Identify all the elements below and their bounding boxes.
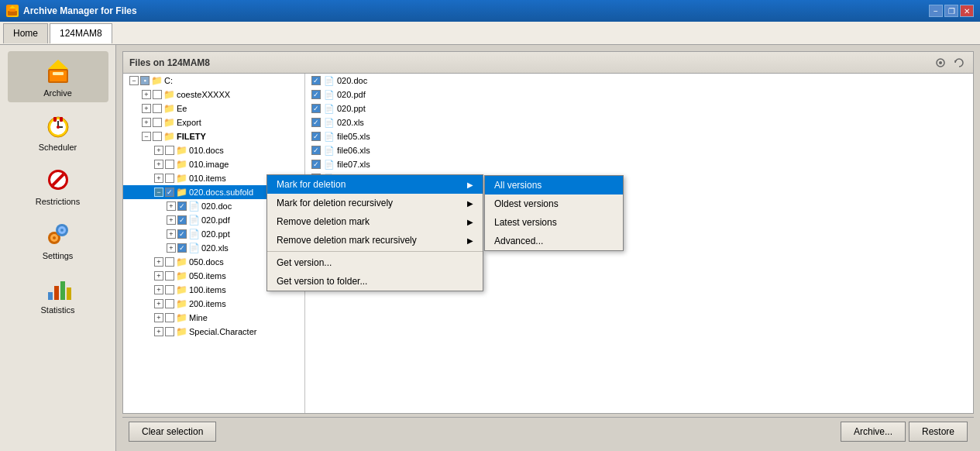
checkbox-special[interactable] [165,327,174,336]
sidebar-item-scheduler[interactable]: Scheduler [8,105,108,157]
checkbox-010docs[interactable] [165,146,174,155]
file-checkbox-020ppt[interactable]: ✓ [311,104,321,113]
expand-special[interactable]: + [154,327,163,336]
archive-button[interactable]: Archive... [841,422,906,442]
tree-item-filety[interactable]: − 📁 FILETY [123,129,304,143]
view-icon[interactable] [933,55,948,71]
file-checkbox-file06xls[interactable]: ✓ [311,146,321,155]
checkbox-c[interactable]: ▪ [140,76,150,85]
checkbox-mine[interactable] [165,313,174,322]
tree-item-special[interactable]: + 📁 Special.Character [123,325,304,339]
tree-label-050docs: 050.docs [189,257,224,267]
tree-item-200items[interactable]: + 📁 200.items [123,297,304,311]
expand-010image[interactable]: + [154,160,163,169]
checkbox-200items[interactable] [165,299,174,308]
expand-200items[interactable]: + [154,299,163,308]
tree-item-coeste[interactable]: + 📁 coesteXXXXX [123,88,304,102]
ctx-get-version-folder[interactable]: Get version to folder... [267,272,483,291]
restore-button[interactable]: Restore [909,422,968,442]
checkbox-020doc[interactable]: ✓ [177,201,187,211]
checkbox-filety[interactable] [153,132,162,141]
expand-020ppt[interactable]: + [167,229,176,239]
expand-050docs[interactable]: + [154,257,163,267]
expand-coeste[interactable]: + [142,90,151,99]
file-checkbox-file05xls[interactable]: ✓ [311,132,321,141]
expand-020doc[interactable]: + [167,201,176,211]
folder-icon-special: 📁 [176,326,187,337]
submenu-latest-versions[interactable]: Latest versions [485,213,623,232]
tree-item-export[interactable]: + 📁 Export [123,115,304,129]
ctx-mark-deletion[interactable]: Mark for deletion ▶ [267,175,483,194]
expand-050items[interactable]: + [154,271,163,281]
checkbox-010items[interactable] [165,174,174,183]
file-row-020doc[interactable]: ✓ 📄 020.doc [305,74,973,88]
checkbox-050items[interactable] [165,271,174,281]
expand-010docs[interactable]: + [154,146,163,155]
folder-icon-010image: 📁 [176,159,187,170]
submenu-oldest-versions[interactable]: Oldest versions [485,195,623,213]
submenu-all-versions[interactable]: All versions [485,176,623,195]
expand-ee[interactable]: + [142,104,151,113]
expand-020pdf[interactable]: + [167,215,176,225]
checkbox-export[interactable] [153,118,162,127]
tree-item-010image[interactable]: + 📁 010.image [123,157,304,171]
checkbox-coeste[interactable] [153,90,162,99]
file-row-file06xls[interactable]: ✓ 📄 file06.xls [305,143,973,157]
submenu-arrow-remove-recursively: ▶ [467,236,473,245]
ctx-remove-deletion-mark-recursively[interactable]: Remove deletion mark recursively ▶ [267,231,483,250]
file-row-file05xls[interactable]: ✓ 📄 file05.xls [305,129,973,143]
file-checkbox-020xls[interactable]: ✓ [311,118,321,127]
restore-button[interactable]: ❐ [944,5,958,17]
checkbox-020ppt[interactable]: ✓ [177,229,187,239]
tree-item-010docs[interactable]: + 📁 010.docs [123,143,304,157]
bottom-right-buttons: Archive... Restore [841,422,968,442]
checkbox-020subfold[interactable]: ✓ [165,188,174,197]
expand-010items[interactable]: + [154,174,163,183]
tree-label-020subfold: 020.docs.subfold [189,188,253,197]
ctx-mark-deletion-recursively[interactable]: Mark for deletion recursively ▶ [267,194,483,212]
tree-label-020pdf: 020.pdf [201,215,230,225]
tree-item-mine[interactable]: + 📁 Mine [123,311,304,325]
tree-label-c: C: [164,76,173,85]
file-checkbox-020doc[interactable]: ✓ [311,76,321,85]
tree-item-ee[interactable]: + 📁 Ee [123,102,304,115]
expand-100items[interactable]: + [154,285,163,294]
expand-020subfold[interactable]: − [154,188,163,197]
file-checkbox-020pdf[interactable]: ✓ [311,90,321,99]
refresh-icon[interactable] [951,55,967,71]
file-checkbox-file07xls[interactable]: ✓ [311,160,321,169]
sidebar-item-archive[interactable]: Archive [8,51,108,102]
expand-export[interactable]: + [142,118,151,127]
tree-label-020ppt: 020.ppt [201,229,230,239]
tab-124mam8[interactable]: 124MAM8 [50,23,112,43]
ctx-get-version[interactable]: Get version... [267,253,483,272]
checkbox-050docs[interactable] [165,257,174,267]
tree-item-c[interactable]: − ▪ 📁 C: [123,74,304,88]
sidebar-item-restrictions-label: Restrictions [36,197,80,206]
expand-c[interactable]: − [129,76,139,85]
file-row-020ppt[interactable]: ✓ 📄 020.ppt [305,102,973,115]
checkbox-010image[interactable] [165,160,174,169]
close-button[interactable]: ✕ [960,5,974,17]
sidebar-item-restrictions[interactable]: Restrictions [8,160,108,211]
sidebar-item-statistics[interactable]: Statistics [8,268,108,319]
expand-mine[interactable]: + [154,313,163,322]
tab-home[interactable]: Home [3,23,48,43]
submenu-advanced[interactable]: Advanced... [485,232,623,250]
clear-selection-button[interactable]: Clear selection [129,422,216,442]
file-row-020pdf[interactable]: ✓ 📄 020.pdf [305,88,973,102]
file-row-file07xls[interactable]: ✓ 📄 file07.xls [305,157,973,171]
checkbox-020pdf[interactable]: ✓ [177,215,187,225]
file-row-020xls[interactable]: ✓ 📄 020.xls [305,115,973,129]
expand-filety[interactable]: − [142,132,151,141]
checkbox-020xls[interactable]: ✓ [177,243,187,253]
ctx-remove-deletion-mark[interactable]: Remove deletion mark ▶ [267,212,483,231]
sidebar-item-settings[interactable]: Settings [8,214,108,265]
checkbox-ee[interactable] [153,104,162,113]
checkbox-100items[interactable] [165,285,174,294]
file-icon-020xls: 📄 [188,243,200,253]
tree-label-020doc: 020.doc [201,201,232,211]
minimize-button[interactable]: − [929,5,943,17]
scheduler-icon [43,110,74,141]
expand-020xls[interactable]: + [167,243,176,253]
